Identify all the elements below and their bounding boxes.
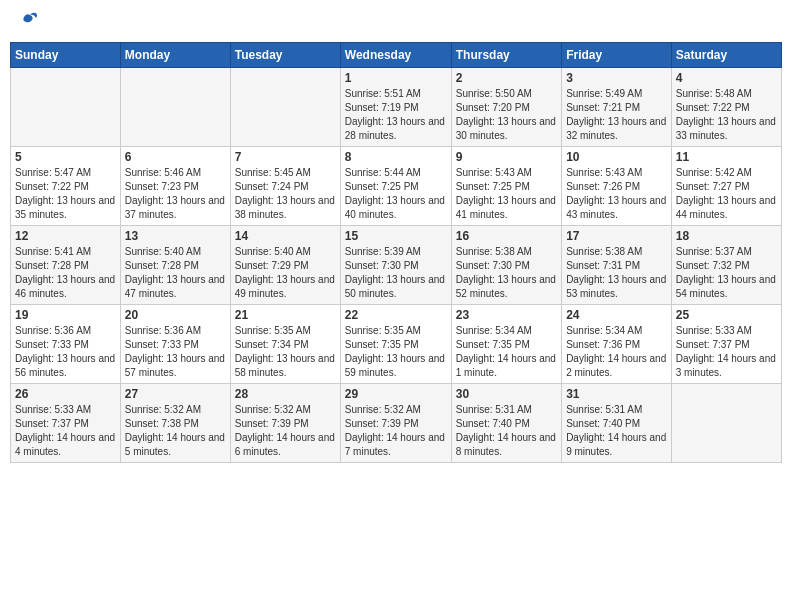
calendar-week-row: 19Sunrise: 5:36 AM Sunset: 7:33 PM Dayli…	[11, 305, 782, 384]
day-info: Sunrise: 5:40 AM Sunset: 7:29 PM Dayligh…	[235, 245, 336, 301]
day-info: Sunrise: 5:32 AM Sunset: 7:38 PM Dayligh…	[125, 403, 226, 459]
calendar-day-cell: 10Sunrise: 5:43 AM Sunset: 7:26 PM Dayli…	[562, 147, 672, 226]
day-number: 13	[125, 229, 226, 243]
day-info: Sunrise: 5:43 AM Sunset: 7:25 PM Dayligh…	[456, 166, 557, 222]
calendar-day-cell: 28Sunrise: 5:32 AM Sunset: 7:39 PM Dayli…	[230, 384, 340, 463]
calendar-day-cell: 2Sunrise: 5:50 AM Sunset: 7:20 PM Daylig…	[451, 68, 561, 147]
day-number: 16	[456, 229, 557, 243]
day-number: 3	[566, 71, 667, 85]
calendar-header-row: SundayMondayTuesdayWednesdayThursdayFrid…	[11, 43, 782, 68]
calendar-day-cell: 1Sunrise: 5:51 AM Sunset: 7:19 PM Daylig…	[340, 68, 451, 147]
day-number: 2	[456, 71, 557, 85]
day-number: 14	[235, 229, 336, 243]
day-number: 29	[345, 387, 447, 401]
day-info: Sunrise: 5:39 AM Sunset: 7:30 PM Dayligh…	[345, 245, 447, 301]
day-info: Sunrise: 5:38 AM Sunset: 7:31 PM Dayligh…	[566, 245, 667, 301]
calendar-day-cell: 9Sunrise: 5:43 AM Sunset: 7:25 PM Daylig…	[451, 147, 561, 226]
day-number: 21	[235, 308, 336, 322]
calendar-day-header: Monday	[120, 43, 230, 68]
day-info: Sunrise: 5:33 AM Sunset: 7:37 PM Dayligh…	[15, 403, 116, 459]
day-number: 9	[456, 150, 557, 164]
day-number: 4	[676, 71, 777, 85]
calendar-day-cell: 24Sunrise: 5:34 AM Sunset: 7:36 PM Dayli…	[562, 305, 672, 384]
calendar-day-header: Saturday	[671, 43, 781, 68]
calendar-week-row: 26Sunrise: 5:33 AM Sunset: 7:37 PM Dayli…	[11, 384, 782, 463]
calendar-day-cell	[120, 68, 230, 147]
calendar-day-cell: 16Sunrise: 5:38 AM Sunset: 7:30 PM Dayli…	[451, 226, 561, 305]
day-number: 10	[566, 150, 667, 164]
calendar-day-header: Tuesday	[230, 43, 340, 68]
calendar-week-row: 5Sunrise: 5:47 AM Sunset: 7:22 PM Daylig…	[11, 147, 782, 226]
calendar-day-cell: 31Sunrise: 5:31 AM Sunset: 7:40 PM Dayli…	[562, 384, 672, 463]
day-info: Sunrise: 5:38 AM Sunset: 7:30 PM Dayligh…	[456, 245, 557, 301]
calendar-day-cell: 12Sunrise: 5:41 AM Sunset: 7:28 PM Dayli…	[11, 226, 121, 305]
day-number: 25	[676, 308, 777, 322]
calendar-day-cell: 27Sunrise: 5:32 AM Sunset: 7:38 PM Dayli…	[120, 384, 230, 463]
calendar-day-header: Wednesday	[340, 43, 451, 68]
day-info: Sunrise: 5:49 AM Sunset: 7:21 PM Dayligh…	[566, 87, 667, 143]
day-number: 15	[345, 229, 447, 243]
calendar-day-cell: 6Sunrise: 5:46 AM Sunset: 7:23 PM Daylig…	[120, 147, 230, 226]
day-number: 7	[235, 150, 336, 164]
day-info: Sunrise: 5:35 AM Sunset: 7:34 PM Dayligh…	[235, 324, 336, 380]
calendar-day-header: Friday	[562, 43, 672, 68]
calendar-day-cell: 4Sunrise: 5:48 AM Sunset: 7:22 PM Daylig…	[671, 68, 781, 147]
calendar-week-row: 1Sunrise: 5:51 AM Sunset: 7:19 PM Daylig…	[11, 68, 782, 147]
calendar-day-cell: 17Sunrise: 5:38 AM Sunset: 7:31 PM Dayli…	[562, 226, 672, 305]
day-info: Sunrise: 5:37 AM Sunset: 7:32 PM Dayligh…	[676, 245, 777, 301]
day-number: 24	[566, 308, 667, 322]
calendar-day-cell: 26Sunrise: 5:33 AM Sunset: 7:37 PM Dayli…	[11, 384, 121, 463]
day-info: Sunrise: 5:31 AM Sunset: 7:40 PM Dayligh…	[456, 403, 557, 459]
calendar-day-cell	[230, 68, 340, 147]
day-number: 20	[125, 308, 226, 322]
day-info: Sunrise: 5:40 AM Sunset: 7:28 PM Dayligh…	[125, 245, 226, 301]
day-info: Sunrise: 5:46 AM Sunset: 7:23 PM Dayligh…	[125, 166, 226, 222]
day-number: 30	[456, 387, 557, 401]
calendar-day-cell: 19Sunrise: 5:36 AM Sunset: 7:33 PM Dayli…	[11, 305, 121, 384]
day-number: 28	[235, 387, 336, 401]
calendar-day-cell: 18Sunrise: 5:37 AM Sunset: 7:32 PM Dayli…	[671, 226, 781, 305]
day-info: Sunrise: 5:36 AM Sunset: 7:33 PM Dayligh…	[15, 324, 116, 380]
logo	[14, 10, 40, 34]
calendar-body: 1Sunrise: 5:51 AM Sunset: 7:19 PM Daylig…	[11, 68, 782, 463]
day-info: Sunrise: 5:42 AM Sunset: 7:27 PM Dayligh…	[676, 166, 777, 222]
calendar-day-cell: 7Sunrise: 5:45 AM Sunset: 7:24 PM Daylig…	[230, 147, 340, 226]
day-info: Sunrise: 5:50 AM Sunset: 7:20 PM Dayligh…	[456, 87, 557, 143]
day-number: 31	[566, 387, 667, 401]
day-info: Sunrise: 5:34 AM Sunset: 7:35 PM Dayligh…	[456, 324, 557, 380]
day-number: 1	[345, 71, 447, 85]
calendar-day-cell: 22Sunrise: 5:35 AM Sunset: 7:35 PM Dayli…	[340, 305, 451, 384]
day-number: 22	[345, 308, 447, 322]
calendar-day-cell	[11, 68, 121, 147]
day-info: Sunrise: 5:45 AM Sunset: 7:24 PM Dayligh…	[235, 166, 336, 222]
day-number: 19	[15, 308, 116, 322]
day-number: 6	[125, 150, 226, 164]
calendar-table: SundayMondayTuesdayWednesdayThursdayFrid…	[10, 42, 782, 463]
day-number: 17	[566, 229, 667, 243]
calendar-week-row: 12Sunrise: 5:41 AM Sunset: 7:28 PM Dayli…	[11, 226, 782, 305]
day-info: Sunrise: 5:47 AM Sunset: 7:22 PM Dayligh…	[15, 166, 116, 222]
day-info: Sunrise: 5:35 AM Sunset: 7:35 PM Dayligh…	[345, 324, 447, 380]
calendar-day-cell: 30Sunrise: 5:31 AM Sunset: 7:40 PM Dayli…	[451, 384, 561, 463]
calendar-day-cell: 20Sunrise: 5:36 AM Sunset: 7:33 PM Dayli…	[120, 305, 230, 384]
calendar-day-cell: 15Sunrise: 5:39 AM Sunset: 7:30 PM Dayli…	[340, 226, 451, 305]
day-info: Sunrise: 5:51 AM Sunset: 7:19 PM Dayligh…	[345, 87, 447, 143]
day-number: 5	[15, 150, 116, 164]
day-number: 27	[125, 387, 226, 401]
calendar-day-header: Thursday	[451, 43, 561, 68]
day-number: 12	[15, 229, 116, 243]
day-info: Sunrise: 5:48 AM Sunset: 7:22 PM Dayligh…	[676, 87, 777, 143]
day-info: Sunrise: 5:32 AM Sunset: 7:39 PM Dayligh…	[345, 403, 447, 459]
day-number: 23	[456, 308, 557, 322]
day-info: Sunrise: 5:41 AM Sunset: 7:28 PM Dayligh…	[15, 245, 116, 301]
day-info: Sunrise: 5:43 AM Sunset: 7:26 PM Dayligh…	[566, 166, 667, 222]
day-number: 8	[345, 150, 447, 164]
calendar-day-cell: 29Sunrise: 5:32 AM Sunset: 7:39 PM Dayli…	[340, 384, 451, 463]
calendar-day-cell: 21Sunrise: 5:35 AM Sunset: 7:34 PM Dayli…	[230, 305, 340, 384]
calendar-day-cell: 3Sunrise: 5:49 AM Sunset: 7:21 PM Daylig…	[562, 68, 672, 147]
day-info: Sunrise: 5:44 AM Sunset: 7:25 PM Dayligh…	[345, 166, 447, 222]
day-info: Sunrise: 5:34 AM Sunset: 7:36 PM Dayligh…	[566, 324, 667, 380]
calendar-day-cell: 8Sunrise: 5:44 AM Sunset: 7:25 PM Daylig…	[340, 147, 451, 226]
day-number: 11	[676, 150, 777, 164]
day-number: 18	[676, 229, 777, 243]
